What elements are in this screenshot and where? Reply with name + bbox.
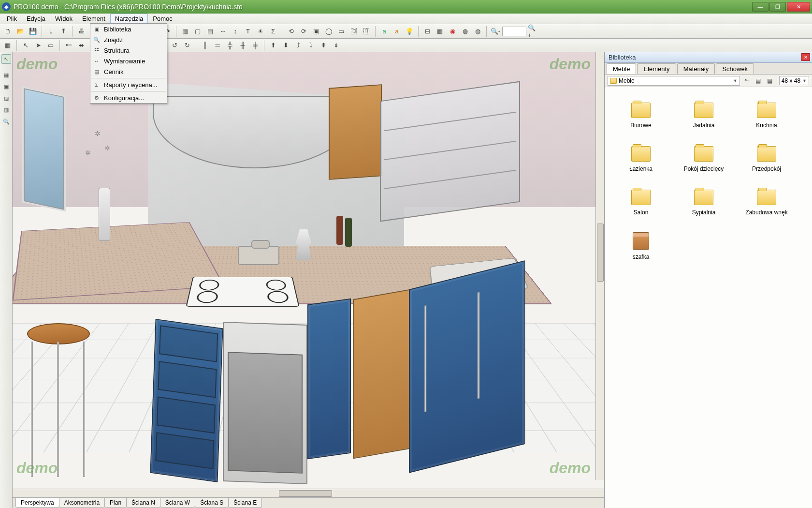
rot-right-button[interactable]: ↻ [181, 40, 193, 51]
layer-a-button[interactable]: a [378, 26, 390, 37]
view-tab-plan[interactable]: Plan [104, 498, 127, 508]
library-item-przedpokój[interactable]: Przedpokój [735, 137, 798, 181]
wall-button[interactable]: ▦ [179, 26, 191, 37]
library-tab-schowek[interactable]: Schowek [716, 63, 754, 74]
panel-button[interactable]: ▭ [335, 26, 347, 37]
save-button[interactable]: 💾 [27, 26, 39, 37]
menu-item-raportyiwycena[interactable]: ΣRaporty i wycena... [90, 79, 167, 90]
order4-button[interactable]: ⤵ [305, 40, 317, 51]
menu-item-biblioteka[interactable]: ▣Biblioteka [90, 24, 167, 34]
snap-grid-button[interactable]: ▦ [2, 40, 14, 51]
solid-tool[interactable]: ▣ [1, 82, 11, 91]
ruler-grid-button[interactable]: ▦ [434, 26, 446, 37]
ungroup-button[interactable]: ⿵ [361, 26, 372, 37]
print-button[interactable]: 🖶 [75, 26, 87, 37]
bulb-button[interactable]: 💡 [404, 26, 415, 37]
text-button[interactable]: T [242, 26, 254, 37]
view-tab-ścianae[interactable]: Ściana E [228, 498, 262, 508]
3d-viewport[interactable]: ✲ ✲ ✲ demo demo demo demo [13, 52, 604, 489]
select-tool[interactable]: ↖ [1, 54, 11, 64]
library-item-zabudowa-wnęk[interactable]: Zabudowa wnęk [735, 181, 798, 224]
view-tab-ścianaw[interactable]: Ściana W [160, 498, 195, 508]
sum-button[interactable]: Σ [267, 26, 279, 37]
library-item-sypialnia[interactable]: Sypialnia [672, 181, 735, 224]
order1-button[interactable]: ⬆ [267, 40, 279, 51]
menu-item-cennik[interactable]: ▤Cennik [90, 66, 167, 77]
viewport-vscroll[interactable] [595, 52, 604, 480]
zoom-in-button[interactable]: 🔍+ [527, 26, 539, 37]
export-button[interactable]: ⤒ [58, 26, 69, 37]
library-item-szafka[interactable]: szafka [609, 224, 672, 268]
view-tab-ścianan[interactable]: Ściana N [126, 498, 160, 508]
library-size-selector[interactable]: 48 x 48 ▼ [779, 76, 809, 85]
zoom-tool[interactable]: 🔍 [1, 117, 11, 126]
library-view2-button[interactable]: ▦ [765, 76, 775, 86]
menu-pomoc[interactable]: Pomoc [148, 14, 177, 24]
zoom-out-button[interactable]: 🔍- [490, 26, 501, 37]
spacing3-button[interactable]: ╬ [224, 40, 236, 51]
library-item-salon[interactable]: Salon [609, 181, 672, 224]
library-up-button[interactable]: ⬑ [742, 76, 752, 86]
window-minimize-button[interactable]: — [752, 2, 768, 12]
open-button[interactable]: 📂 [14, 26, 26, 37]
library-item-biurowe[interactable]: Biurowe [609, 94, 672, 137]
window-maximize-button[interactable]: ❐ [769, 2, 786, 12]
menu-item-znajd[interactable]: 🔍Znajdź [90, 34, 167, 45]
layer-b-button[interactable]: a [391, 26, 403, 37]
grid-tool[interactable]: ▨ [1, 93, 11, 103]
sel-arrow-button[interactable]: ➤ [32, 40, 44, 51]
align-left-button[interactable]: ⭰ [63, 40, 74, 51]
order2-button[interactable]: ⬇ [280, 40, 291, 51]
cylinder-button[interactable]: ◯ [323, 26, 334, 37]
order6-button[interactable]: ⇟ [330, 40, 342, 51]
target-button[interactable]: ◉ [447, 26, 458, 37]
wireframe-tool[interactable]: ▦ [1, 70, 11, 80]
menu-edycja[interactable]: Edycja [22, 14, 50, 24]
menu-item-struktura[interactable]: ☷Struktura [90, 45, 167, 56]
menu-widok[interactable]: Widok [50, 14, 77, 24]
order3-button[interactable]: ⤴ [292, 40, 304, 51]
library-tab-materiały[interactable]: Materiały [677, 63, 715, 74]
library-item-łazienka[interactable]: Łazienka [609, 137, 672, 181]
import-button[interactable]: ⤓ [45, 26, 57, 37]
library-path-selector[interactable]: Meble ▼ [608, 76, 740, 86]
view-tab-perspektywa[interactable]: Perspektywa [15, 498, 59, 508]
spacing1-button[interactable]: ║ [199, 40, 211, 51]
align-center-button[interactable]: ⬌ [75, 40, 87, 51]
library-close-button[interactable]: ✕ [801, 53, 810, 61]
globe1-button[interactable]: ◍ [459, 26, 471, 37]
order5-button[interactable]: ⇞ [318, 40, 329, 51]
new-button[interactable]: 🗋 [2, 26, 14, 37]
dim-h-button[interactable]: ↔ [217, 26, 229, 37]
door-button[interactable]: ▤ [204, 26, 216, 37]
texture-tool[interactable]: ▥ [1, 105, 11, 115]
spacing4-button[interactable]: ╫ [237, 40, 248, 51]
menu-item-konfiguracja[interactable]: ⚙Konfiguracja... [90, 92, 167, 103]
ruler-h-button[interactable]: ⊟ [421, 26, 433, 37]
library-view1-button[interactable]: ▤ [754, 76, 763, 86]
rot-left-button[interactable]: ↺ [169, 40, 180, 51]
library-tab-meble[interactable]: Meble [607, 63, 636, 74]
group-button[interactable]: ⿴ [348, 26, 360, 37]
box-button[interactable]: ▣ [310, 26, 322, 37]
spacing5-button[interactable]: ╪ [249, 40, 261, 51]
globe2-button[interactable]: ◍ [472, 26, 483, 37]
window-close-button[interactable]: ✕ [787, 2, 810, 12]
sel-cursor-button[interactable]: ↖ [20, 40, 31, 51]
library-tab-elementy[interactable]: Elementy [637, 63, 676, 74]
light-button[interactable]: ☀ [255, 26, 266, 37]
sel-box-button[interactable]: ▭ [45, 40, 57, 51]
zoom-field[interactable] [502, 27, 526, 36]
rotate-x-button[interactable]: ⟲ [285, 26, 297, 37]
menu-element[interactable]: Element [77, 14, 110, 24]
menu-plik[interactable]: Plik [2, 14, 22, 24]
library-item-jadalnia[interactable]: Jadalnia [672, 94, 735, 137]
viewport-hscroll[interactable] [13, 489, 604, 497]
view-tab-aksonometria[interactable]: Aksonometria [59, 498, 105, 508]
menu-narzędzia[interactable]: Narzędzia [110, 14, 148, 24]
spacing2-button[interactable]: ═ [212, 40, 223, 51]
window-button[interactable]: ▢ [192, 26, 203, 37]
library-item-pokój-dziecięcy[interactable]: Pokój dziecięcy [672, 137, 735, 181]
dim-v-button[interactable]: ↕ [230, 26, 241, 37]
rotate-y-button[interactable]: ⟳ [298, 26, 309, 37]
